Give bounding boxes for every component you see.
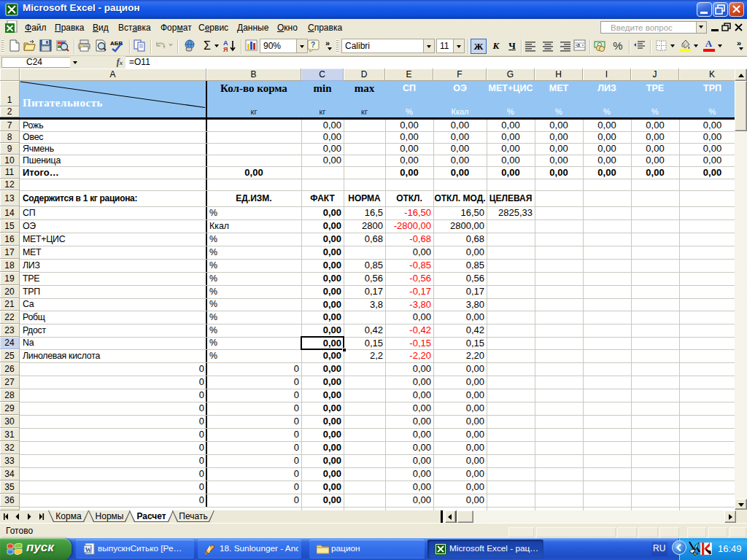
- svg-text:?: ?: [311, 41, 315, 49]
- svg-text:a: a: [577, 42, 580, 47]
- svg-text:W: W: [85, 546, 92, 553]
- svg-text:Я: Я: [223, 46, 228, 52]
- svg-text:АБВ: АБВ: [110, 40, 123, 47]
